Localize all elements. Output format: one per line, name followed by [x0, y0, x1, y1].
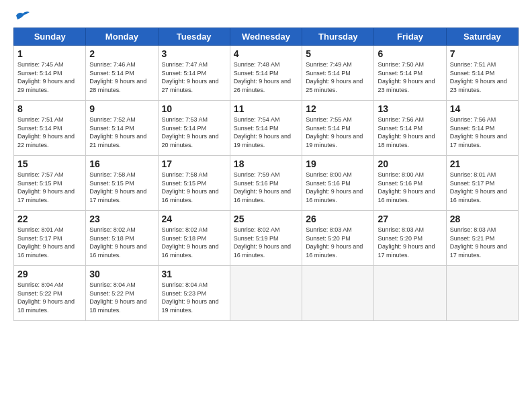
- day-info: Sunrise: 7:55 AM Sunset: 5:14 PM Dayligh…: [306, 116, 370, 149]
- day-info: Sunrise: 8:03 AM Sunset: 5:20 PM Dayligh…: [378, 226, 442, 259]
- day-cell: 27 Sunrise: 8:03 AM Sunset: 5:20 PM Dayl…: [374, 211, 446, 266]
- day-info: Sunrise: 8:01 AM Sunset: 5:17 PM Dayligh…: [450, 171, 515, 204]
- day-cell: 5 Sunrise: 7:49 AM Sunset: 5:14 PM Dayli…: [302, 46, 374, 101]
- day-info: Sunrise: 8:01 AM Sunset: 5:17 PM Dayligh…: [17, 226, 82, 259]
- day-info: Sunrise: 8:00 AM Sunset: 5:16 PM Dayligh…: [378, 171, 442, 204]
- day-number: 3: [162, 48, 226, 59]
- day-info: Sunrise: 7:59 AM Sunset: 5:16 PM Dayligh…: [234, 171, 298, 204]
- weekday-monday: Monday: [86, 28, 158, 46]
- day-info: Sunrise: 8:02 AM Sunset: 5:18 PM Dayligh…: [162, 226, 226, 259]
- day-number: 1: [17, 48, 82, 59]
- day-number: 7: [450, 48, 515, 59]
- day-cell: 10 Sunrise: 7:53 AM Sunset: 5:14 PM Dayl…: [158, 101, 230, 156]
- day-cell: [230, 266, 302, 321]
- day-cell: [374, 266, 446, 321]
- day-number: 21: [450, 158, 515, 169]
- day-cell: 6 Sunrise: 7:50 AM Sunset: 5:14 PM Dayli…: [374, 46, 446, 101]
- day-cell: 23 Sunrise: 8:02 AM Sunset: 5:18 PM Dayl…: [86, 211, 158, 266]
- week-row-5: 29 Sunrise: 8:04 AM Sunset: 5:22 PM Dayl…: [14, 266, 519, 321]
- week-row-4: 22 Sunrise: 8:01 AM Sunset: 5:17 PM Dayl…: [14, 211, 519, 266]
- weekday-tuesday: Tuesday: [158, 28, 230, 46]
- logo: [13, 10, 30, 21]
- day-info: Sunrise: 7:47 AM Sunset: 5:14 PM Dayligh…: [162, 60, 226, 94]
- day-number: 6: [378, 48, 442, 59]
- day-cell: 29 Sunrise: 8:04 AM Sunset: 5:22 PM Dayl…: [14, 266, 86, 321]
- day-number: 2: [89, 48, 154, 59]
- day-number: 20: [378, 158, 442, 169]
- day-cell: 19 Sunrise: 8:00 AM Sunset: 5:16 PM Dayl…: [302, 156, 374, 211]
- day-number: 19: [306, 158, 370, 169]
- day-number: 24: [162, 214, 226, 224]
- day-cell: 17 Sunrise: 7:58 AM Sunset: 5:15 PM Dayl…: [158, 156, 230, 211]
- weekday-wednesday: Wednesday: [230, 28, 302, 46]
- weekday-sunday: Sunday: [14, 28, 86, 46]
- day-cell: 24 Sunrise: 8:02 AM Sunset: 5:18 PM Dayl…: [158, 211, 230, 266]
- day-number: 15: [17, 158, 82, 169]
- day-cell: [446, 266, 518, 321]
- day-info: Sunrise: 8:02 AM Sunset: 5:18 PM Dayligh…: [89, 226, 154, 259]
- header: [13, 10, 519, 21]
- day-cell: 16 Sunrise: 7:58 AM Sunset: 5:15 PM Dayl…: [86, 156, 158, 211]
- weekday-header-row: SundayMondayTuesdayWednesdayThursdayFrid…: [14, 28, 519, 46]
- day-info: Sunrise: 7:56 AM Sunset: 5:14 PM Dayligh…: [450, 116, 515, 149]
- day-info: Sunrise: 7:48 AM Sunset: 5:14 PM Dayligh…: [234, 60, 298, 94]
- day-info: Sunrise: 8:00 AM Sunset: 5:16 PM Dayligh…: [306, 171, 370, 204]
- day-info: Sunrise: 7:49 AM Sunset: 5:14 PM Dayligh…: [306, 60, 370, 94]
- day-number: 18: [234, 158, 298, 169]
- day-number: 27: [378, 214, 442, 224]
- calendar-table: SundayMondayTuesdayWednesdayThursdayFrid…: [13, 28, 519, 321]
- day-cell: 2 Sunrise: 7:46 AM Sunset: 5:14 PM Dayli…: [86, 46, 158, 101]
- day-cell: 14 Sunrise: 7:56 AM Sunset: 5:14 PM Dayl…: [446, 101, 518, 156]
- day-cell: 1 Sunrise: 7:45 AM Sunset: 5:14 PM Dayli…: [14, 46, 86, 101]
- day-info: Sunrise: 8:03 AM Sunset: 5:21 PM Dayligh…: [450, 226, 515, 259]
- week-row-3: 15 Sunrise: 7:57 AM Sunset: 5:15 PM Dayl…: [14, 156, 519, 211]
- weekday-thursday: Thursday: [302, 28, 374, 46]
- day-info: Sunrise: 7:52 AM Sunset: 5:14 PM Dayligh…: [89, 116, 154, 149]
- day-cell: [302, 266, 374, 321]
- day-info: Sunrise: 7:51 AM Sunset: 5:14 PM Dayligh…: [17, 116, 82, 149]
- day-number: 29: [17, 269, 82, 279]
- day-cell: 26 Sunrise: 8:03 AM Sunset: 5:20 PM Dayl…: [302, 211, 374, 266]
- day-number: 11: [234, 103, 298, 114]
- day-number: 14: [450, 103, 515, 114]
- day-number: 9: [89, 103, 154, 114]
- day-number: 26: [306, 214, 370, 224]
- weekday-friday: Friday: [374, 28, 446, 46]
- day-info: Sunrise: 7:46 AM Sunset: 5:14 PM Dayligh…: [89, 60, 154, 94]
- day-cell: 22 Sunrise: 8:01 AM Sunset: 5:17 PM Dayl…: [14, 211, 86, 266]
- day-info: Sunrise: 7:54 AM Sunset: 5:14 PM Dayligh…: [234, 116, 298, 149]
- day-info: Sunrise: 7:56 AM Sunset: 5:14 PM Dayligh…: [378, 116, 442, 149]
- day-info: Sunrise: 7:45 AM Sunset: 5:14 PM Dayligh…: [17, 60, 82, 94]
- day-info: Sunrise: 8:04 AM Sunset: 5:22 PM Dayligh…: [17, 281, 82, 314]
- day-info: Sunrise: 8:04 AM Sunset: 5:23 PM Dayligh…: [162, 281, 226, 314]
- day-cell: 7 Sunrise: 7:51 AM Sunset: 5:14 PM Dayli…: [446, 46, 518, 101]
- day-info: Sunrise: 7:50 AM Sunset: 5:14 PM Dayligh…: [378, 60, 442, 94]
- day-cell: 25 Sunrise: 8:02 AM Sunset: 5:19 PM Dayl…: [230, 211, 302, 266]
- day-number: 31: [162, 269, 226, 279]
- day-info: Sunrise: 8:04 AM Sunset: 5:22 PM Dayligh…: [89, 281, 154, 314]
- day-info: Sunrise: 7:57 AM Sunset: 5:15 PM Dayligh…: [17, 171, 82, 204]
- weekday-saturday: Saturday: [446, 28, 518, 46]
- day-number: 17: [162, 158, 226, 169]
- day-number: 10: [162, 103, 226, 114]
- day-cell: 30 Sunrise: 8:04 AM Sunset: 5:22 PM Dayl…: [86, 266, 158, 321]
- day-cell: 13 Sunrise: 7:56 AM Sunset: 5:14 PM Dayl…: [374, 101, 446, 156]
- day-number: 22: [17, 214, 82, 224]
- week-row-1: 1 Sunrise: 7:45 AM Sunset: 5:14 PM Dayli…: [14, 46, 519, 101]
- day-cell: 21 Sunrise: 8:01 AM Sunset: 5:17 PM Dayl…: [446, 156, 518, 211]
- day-cell: 9 Sunrise: 7:52 AM Sunset: 5:14 PM Dayli…: [86, 101, 158, 156]
- day-cell: 31 Sunrise: 8:04 AM Sunset: 5:23 PM Dayl…: [158, 266, 230, 321]
- week-row-2: 8 Sunrise: 7:51 AM Sunset: 5:14 PM Dayli…: [14, 101, 519, 156]
- logo-bird-icon: [15, 10, 30, 24]
- day-cell: 28 Sunrise: 8:03 AM Sunset: 5:21 PM Dayl…: [446, 211, 518, 266]
- day-cell: 18 Sunrise: 7:59 AM Sunset: 5:16 PM Dayl…: [230, 156, 302, 211]
- day-number: 25: [234, 214, 298, 224]
- day-cell: 3 Sunrise: 7:47 AM Sunset: 5:14 PM Dayli…: [158, 46, 230, 101]
- day-number: 13: [378, 103, 442, 114]
- day-info: Sunrise: 7:51 AM Sunset: 5:14 PM Dayligh…: [450, 60, 515, 94]
- day-cell: 20 Sunrise: 8:00 AM Sunset: 5:16 PM Dayl…: [374, 156, 446, 211]
- day-number: 23: [89, 214, 154, 224]
- day-cell: 8 Sunrise: 7:51 AM Sunset: 5:14 PM Dayli…: [14, 101, 86, 156]
- day-number: 12: [306, 103, 370, 114]
- day-number: 28: [450, 214, 515, 224]
